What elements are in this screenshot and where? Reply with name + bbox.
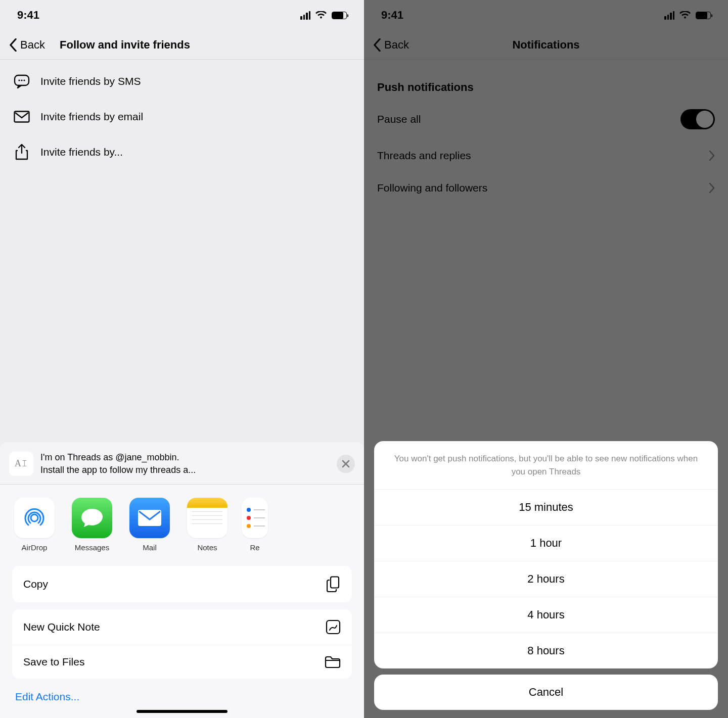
- share-sheet: A𝙸 I'm on Threads as @jane_mobbin. Insta…: [0, 442, 364, 718]
- share-header: A𝙸 I'm on Threads as @jane_mobbin. Insta…: [0, 442, 364, 485]
- invite-sms-label: Invite friends by SMS: [40, 75, 141, 87]
- notes-icon: [187, 498, 228, 538]
- airdrop-icon: [14, 498, 55, 538]
- app-messages-label: Messages: [75, 543, 109, 552]
- app-airdrop-label: AirDrop: [22, 543, 48, 552]
- option-1h[interactable]: 1 hour: [374, 525, 718, 561]
- close-icon: [342, 460, 350, 468]
- app-messages[interactable]: Messages: [70, 498, 114, 552]
- option-8h[interactable]: 8 hours: [374, 633, 718, 668]
- copy-icon: [327, 576, 341, 592]
- action-quick-note-label: New Quick Note: [23, 621, 100, 633]
- mail-app-icon: [129, 498, 170, 538]
- invite-email-label: Invite friends by email: [40, 111, 143, 123]
- back-chevron-icon[interactable]: [9, 38, 17, 52]
- messages-icon: [72, 498, 112, 538]
- share-icon: [13, 143, 30, 161]
- invite-share-row[interactable]: Invite friends by...: [0, 134, 364, 170]
- app-mail-label: Mail: [143, 543, 157, 552]
- share-action-copy-group: Copy: [12, 566, 352, 602]
- sheet-options-card: You won't get push notifications, but yo…: [374, 441, 718, 668]
- svg-point-3: [23, 79, 25, 81]
- text-document-icon: A𝙸: [9, 452, 33, 476]
- share-action-more-group: New Quick Note Save to Files: [12, 609, 352, 679]
- share-line-2: Install the app to follow my threads a..…: [40, 464, 330, 476]
- invite-screen: 9:41 Back Follow and invite friends Invi…: [0, 0, 364, 718]
- sms-icon: [13, 73, 30, 90]
- app-notes[interactable]: Notes: [185, 498, 230, 552]
- wifi-icon: [315, 11, 327, 19]
- share-line-1: I'm on Threads as @jane_mobbin.: [40, 451, 330, 463]
- battery-icon: [332, 12, 347, 19]
- app-airdrop[interactable]: AirDrop: [12, 498, 57, 552]
- folder-icon: [325, 655, 341, 668]
- reminders-icon: [242, 498, 268, 538]
- mail-icon: [13, 108, 30, 125]
- app-mail[interactable]: Mail: [127, 498, 172, 552]
- page-title: Follow and invite friends: [60, 38, 190, 52]
- action-copy[interactable]: Copy: [12, 566, 352, 602]
- action-quick-note[interactable]: New Quick Note: [12, 609, 352, 645]
- invite-email-row[interactable]: Invite friends by email: [0, 99, 364, 134]
- nav-header: Back Follow and invite friends: [0, 30, 364, 60]
- invite-list: Invite friends by SMS Invite friends by …: [0, 60, 364, 174]
- app-notes-label: Notes: [197, 543, 217, 552]
- invite-share-label: Invite friends by...: [40, 146, 123, 158]
- home-indicator[interactable]: [136, 710, 228, 713]
- svg-rect-8: [327, 620, 340, 634]
- option-4h[interactable]: 4 hours: [374, 597, 718, 633]
- cancel-button[interactable]: Cancel: [374, 675, 718, 710]
- share-apps-row[interactable]: AirDrop Messages Mail: [0, 485, 364, 562]
- app-reminders-label: Re: [250, 543, 259, 552]
- svg-point-2: [21, 79, 22, 81]
- close-button[interactable]: [337, 455, 355, 473]
- action-copy-label: Copy: [23, 578, 48, 590]
- back-button[interactable]: Back: [20, 38, 45, 52]
- svg-point-1: [18, 79, 20, 81]
- sheet-message: You won't get push notifications, but yo…: [374, 441, 718, 490]
- status-time: 9:41: [17, 9, 39, 22]
- share-preview-text: I'm on Threads as @jane_mobbin. Install …: [40, 451, 330, 476]
- option-15m[interactable]: 15 minutes: [374, 490, 718, 525]
- notifications-screen: 9:41 Back Notifications Push notificatio…: [364, 0, 728, 718]
- option-2h[interactable]: 2 hours: [374, 561, 718, 597]
- app-reminders-partial[interactable]: Re: [243, 498, 267, 552]
- status-icons: [300, 11, 347, 20]
- svg-rect-6: [138, 510, 161, 526]
- action-save-files-label: Save to Files: [23, 656, 84, 668]
- svg-rect-7: [331, 577, 339, 588]
- pause-duration-sheet: You won't get push notifications, but yo…: [374, 441, 718, 710]
- invite-sms-row[interactable]: Invite friends by SMS: [0, 64, 364, 99]
- action-save-files[interactable]: Save to Files: [12, 645, 352, 679]
- cellular-icon: [300, 11, 310, 20]
- status-bar: 9:41: [0, 0, 364, 30]
- svg-rect-4: [15, 112, 29, 122]
- quick-note-icon: [326, 619, 341, 635]
- svg-point-5: [31, 514, 38, 521]
